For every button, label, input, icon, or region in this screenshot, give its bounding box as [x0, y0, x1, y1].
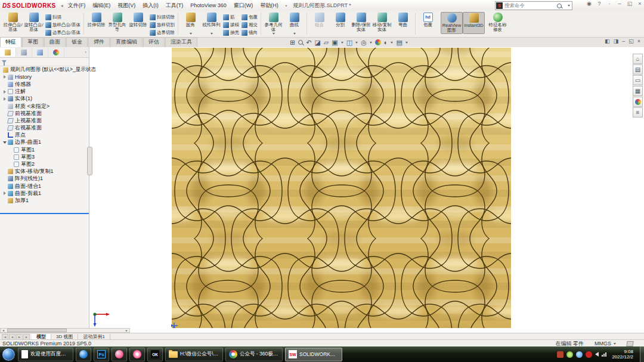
- rollback-bar[interactable]: [0, 213, 89, 214]
- tree-horizontal-scrollbar[interactable]: ◂ ▸: [0, 328, 130, 333]
- collapse-icon[interactable]: [3, 141, 7, 144]
- revolved-cut-button[interactable]: 旋转切除: [128, 12, 148, 33]
- hide-show-items-icon[interactable]: ◎: [361, 39, 367, 46]
- swept-boss-button[interactable]: 扫描: [45, 13, 80, 21]
- draft-button[interactable]: 拔模: [223, 21, 239, 29]
- expand-icon[interactable]: [4, 90, 6, 94]
- menu-view[interactable]: 视图(V): [114, 1, 139, 11]
- pin-menu-icon[interactable]: ▪: [286, 3, 287, 8]
- display-style-icon[interactable]: ◫: [346, 39, 352, 46]
- taskbar-item-ok-app[interactable]: OK: [147, 348, 163, 361]
- minimize-button[interactable]: –: [617, 1, 623, 7]
- view-palette-icon[interactable]: ▦: [633, 86, 643, 96]
- expand-icon[interactable]: [4, 191, 6, 195]
- expand-icon[interactable]: [4, 75, 6, 79]
- search-dropdown-icon[interactable]: [568, 5, 570, 7]
- view-orientation-dropdown-icon[interactable]: [341, 42, 343, 44]
- search-icon[interactable]: [557, 4, 562, 8]
- split-pane-right-icon[interactable]: ◨: [614, 38, 619, 44]
- menu-window[interactable]: 窗口(W): [230, 1, 257, 11]
- taskbar-item-360-browser[interactable]: [76, 348, 91, 361]
- linear-pattern-button[interactable]: 线性阵列: [201, 12, 222, 35]
- model-render-tessellation[interactable]: [172, 48, 511, 328]
- tree-item-surface-knit[interactable]: 曲面-缝合1: [0, 182, 89, 190]
- tab-direct-editing[interactable]: 直接编辑: [110, 37, 143, 47]
- tree-item-right-plane[interactable]: 右视基准面: [0, 125, 89, 132]
- apply-scene-icon[interactable]: ◐: [384, 39, 388, 46]
- tree-item-top-plane[interactable]: 上视基准面: [0, 117, 89, 124]
- taskbar-item-360-chrome[interactable]: 公众号 - 360极速...: [225, 348, 283, 361]
- swept-cut-button[interactable]: 扫描切除: [150, 13, 175, 21]
- intersect-button[interactable]: 相交: [242, 21, 258, 29]
- boundary-cut-button[interactable]: 边界切除: [150, 29, 175, 36]
- design-library-icon[interactable]: ▤: [633, 64, 643, 75]
- taskbar-item-pink-app[interactable]: [112, 348, 127, 361]
- doc-restore-button[interactable]: ◱: [628, 38, 634, 44]
- custom-properties-icon[interactable]: ≡: [633, 107, 643, 117]
- tree-item-linear-pattern[interactable]: 阵列(线性)1: [0, 175, 89, 182]
- propertymanager-tab[interactable]: [16, 48, 32, 57]
- doc-tab-scroll-last-icon[interactable]: ▸: [23, 334, 30, 340]
- feature-rename-button[interactable]: 特征名称修改: [487, 12, 508, 33]
- tree-item-boundary-surface[interactable]: 边界-曲面1: [0, 139, 89, 146]
- previous-view-icon[interactable]: ↶: [306, 39, 311, 46]
- menu-collapse-icon[interactable]: ◂: [61, 3, 63, 8]
- panel-splitter-handle[interactable]: [87, 147, 92, 175]
- wrap-button[interactable]: 包覆: [242, 13, 258, 21]
- tray-360-safe-icon[interactable]: [566, 351, 573, 358]
- menu-tools[interactable]: 工具(T): [162, 1, 187, 11]
- linear-pattern-dropdown-icon[interactable]: [210, 33, 213, 35]
- view-settings-dropdown-icon[interactable]: [405, 42, 408, 44]
- taskbar-item-flower-app[interactable]: [129, 348, 145, 361]
- mirror-button[interactable]: 镜向: [242, 29, 258, 36]
- doc-tab-model[interactable]: 模型: [32, 334, 51, 340]
- restore-button[interactable]: ◱: [627, 1, 633, 7]
- scroll-left-icon[interactable]: ◂: [1, 329, 6, 332]
- featuremanager-tab[interactable]: [0, 48, 16, 57]
- tree-item-annotations[interactable]: 注解: [0, 88, 89, 95]
- delete-keep-body-button[interactable]: 删除/保留实体: [351, 12, 371, 33]
- taskbar-item-solidworks[interactable]: SW SOLIDWORKS P...: [285, 348, 342, 361]
- network-icon[interactable]: [602, 352, 606, 357]
- extruded-boss-button[interactable]: 拉伸凸台/基体: [2, 12, 23, 33]
- doc-tab-3d-views[interactable]: 3D 视图: [51, 334, 78, 340]
- doc-tab-scroll-right-icon[interactable]: ▸: [16, 334, 23, 340]
- tray-app-icon-1[interactable]: [557, 351, 564, 358]
- tray-app-icon-2[interactable]: [586, 351, 592, 358]
- wrap-large-button[interactable]: hd 包覆: [417, 12, 438, 33]
- file-explorer-icon[interactable]: ▭: [633, 75, 643, 85]
- doc-minimize-button[interactable]: –: [622, 38, 625, 44]
- home-icon[interactable]: ⌂: [633, 54, 643, 64]
- expand-icon[interactable]: [4, 97, 6, 101]
- tree-item-sketch2[interactable]: 草图2: [0, 160, 89, 168]
- section-view-icon[interactable]: ◪: [314, 39, 320, 46]
- edit-appearance-icon[interactable]: [375, 39, 381, 45]
- close-button[interactable]: ×: [637, 1, 643, 7]
- tree-item-sketch1[interactable]: 草图1: [0, 146, 89, 153]
- tree-root[interactable]: 规则几何图形 (默认<<默认>_显示状态: [0, 66, 89, 73]
- view-orientation-icon[interactable]: ▣: [332, 39, 338, 46]
- tab-sketch[interactable]: 草图: [22, 37, 44, 47]
- tree-item-sketch3[interactable]: 草图3: [0, 153, 89, 160]
- tree-item-history[interactable]: History: [0, 73, 89, 81]
- move-copy-body-button[interactable]: 移动/复制实体: [371, 12, 392, 33]
- tab-weldments[interactable]: 焊件: [88, 37, 110, 47]
- menu-help[interactable]: 帮助(H): [256, 1, 282, 11]
- filter-icon[interactable]: [2, 60, 7, 63]
- tree-item-material[interactable]: 材质 <未指定>: [0, 103, 89, 110]
- start-button[interactable]: [2, 348, 16, 361]
- help-dropdown-icon[interactable]: ·: [606, 1, 612, 7]
- custom-properties-tag-icon[interactable]: [626, 341, 633, 346]
- boundary-boss-button[interactable]: 边界凸台/基体: [45, 29, 80, 36]
- doc-close-button[interactable]: ×: [637, 38, 640, 44]
- units-dropdown-icon[interactable]: [614, 343, 616, 345]
- tray-cloud-icon[interactable]: [576, 351, 583, 358]
- instant3d-button[interactable]: Instant3D: [463, 12, 485, 34]
- doc-tab-scroll-left-icon[interactable]: ◂: [9, 334, 16, 340]
- tree-item-surface-trim[interactable]: 曲面-剪裁1: [0, 190, 89, 197]
- curves-dropdown-icon[interactable]: [293, 33, 296, 35]
- login-user-icon[interactable]: ◉: [586, 1, 592, 7]
- lofted-boss-button[interactable]: 放样凸台/基体: [45, 21, 80, 29]
- apply-scene-dropdown-icon[interactable]: [391, 42, 393, 44]
- view-settings-icon[interactable]: ▤: [396, 39, 402, 46]
